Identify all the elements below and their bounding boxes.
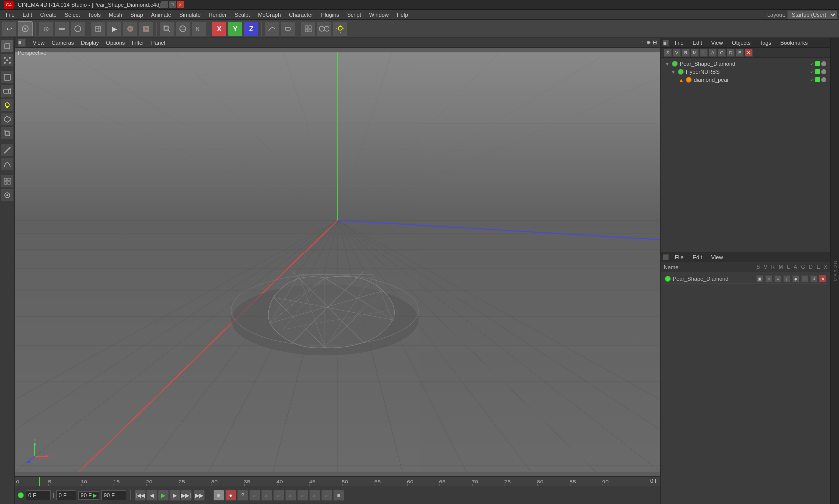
X-btn[interactable]: X bbox=[212, 21, 227, 36]
om-icon-btn-8[interactable]: D bbox=[727, 49, 735, 57]
om-icon-btn-7[interactable]: G bbox=[718, 49, 726, 57]
next-frame-btn[interactable]: ▶ bbox=[169, 490, 180, 501]
am-menu-edit[interactable]: Edit bbox=[690, 254, 705, 260]
menu-mesh[interactable]: Mesh bbox=[105, 10, 126, 20]
viewport-menu-view[interactable]: View bbox=[30, 40, 48, 46]
menu-mograph[interactable]: MoGraph bbox=[254, 10, 285, 20]
record-btn[interactable]: ▶▶ bbox=[194, 490, 205, 501]
menu-window[interactable]: Window bbox=[365, 10, 393, 20]
keyframe-btn5[interactable]: ⬦ bbox=[297, 490, 308, 501]
sidebar-poly-btn[interactable] bbox=[1, 113, 14, 126]
record-auto-btn[interactable]: ● bbox=[225, 490, 236, 501]
nurbs-btn[interactable]: N bbox=[191, 21, 206, 36]
viewport-grid-btn[interactable] bbox=[301, 21, 316, 36]
am-btn-close[interactable]: ✕ bbox=[819, 275, 826, 282]
rotate-btn[interactable] bbox=[70, 21, 85, 36]
am-btn-5[interactable]: ◆ bbox=[792, 275, 799, 282]
om-menu-objects[interactable]: Objects bbox=[729, 40, 753, 46]
am-btn-3[interactable]: ≡ bbox=[774, 275, 781, 282]
menu-edit[interactable]: Edit bbox=[19, 10, 36, 20]
help-btn[interactable]: ? bbox=[237, 490, 248, 501]
end-frame-field[interactable] bbox=[101, 490, 126, 500]
am-menu-view[interactable]: View bbox=[708, 254, 726, 260]
viewport-3d[interactable]: Perspective bbox=[15, 48, 660, 476]
keyframe-btn1[interactable]: ⬦ bbox=[249, 490, 260, 501]
om-item-diamond-pear[interactable]: ▲ diamond_pear ✓ bbox=[663, 76, 828, 84]
timeline-btn[interactable]: ≡ bbox=[333, 490, 344, 501]
keyframe-btn2[interactable]: ⬦ bbox=[261, 490, 272, 501]
cube-btn[interactable] bbox=[159, 21, 174, 36]
keyframe-btn4[interactable]: ⬦ bbox=[285, 490, 296, 501]
am-btn-4[interactable]: | bbox=[783, 275, 790, 282]
om-menu-icon[interactable]: ≡ bbox=[663, 40, 669, 46]
sidebar-knife-btn[interactable] bbox=[1, 144, 14, 157]
move-btn[interactable]: ⊕ bbox=[38, 21, 53, 36]
viewport-menu-icon[interactable]: ≡ bbox=[18, 39, 26, 47]
menu-render[interactable]: Render bbox=[205, 10, 231, 20]
menu-snap[interactable]: Snap bbox=[126, 10, 147, 20]
render-to-po-btn[interactable] bbox=[139, 21, 154, 36]
om-icon-btn-4[interactable]: M bbox=[691, 49, 699, 57]
render-scene-btn[interactable] bbox=[123, 21, 138, 36]
spline-btn[interactable] bbox=[264, 21, 279, 36]
menu-create[interactable]: Create bbox=[36, 10, 61, 20]
am-menu-icon[interactable]: ≡ bbox=[663, 254, 669, 260]
prev-frame-btn[interactable]: ◀ bbox=[146, 490, 157, 501]
minimize-btn[interactable]: ─ bbox=[161, 1, 168, 8]
keyframe-btn6[interactable]: ⬦ bbox=[309, 490, 320, 501]
menu-plugins[interactable]: Plugins bbox=[317, 10, 343, 20]
viewport-menu-filter[interactable]: Filter bbox=[129, 40, 147, 46]
menu-select[interactable]: Select bbox=[61, 10, 84, 20]
om-icon-btn-10[interactable]: ✕ bbox=[745, 49, 753, 57]
menu-tools[interactable]: Tools bbox=[84, 10, 105, 20]
am-btn-1[interactable]: ▣ bbox=[756, 275, 763, 282]
vp-icon-2[interactable]: ⊕ bbox=[646, 39, 651, 46]
close-btn[interactable]: ✕ bbox=[177, 1, 184, 8]
light-btn[interactable] bbox=[333, 21, 348, 36]
om-menu-bookmarks[interactable]: Bookmarks bbox=[777, 40, 811, 46]
viewport-menu-panel[interactable]: Panel bbox=[148, 40, 168, 46]
Y-btn[interactable]: Y bbox=[228, 21, 243, 36]
om-item-pear-shape[interactable]: ▼ Pear_Shape_Diamond ✓ bbox=[663, 60, 828, 68]
render-view-btn[interactable]: ▶ bbox=[107, 21, 122, 36]
sphere-btn[interactable] bbox=[175, 21, 190, 36]
current-frame-field[interactable] bbox=[26, 490, 51, 500]
am-item-pear[interactable]: Pear_Shape_Diamond ▣ ○ ≡ | ◆ ⊕ ↺ ✕ bbox=[663, 274, 828, 284]
am-btn-6[interactable]: ⊕ bbox=[801, 275, 808, 282]
om-icon-btn-5[interactable]: L bbox=[700, 49, 708, 57]
menu-character[interactable]: Character bbox=[285, 10, 317, 20]
viewport-menu-cameras[interactable]: Cameras bbox=[49, 40, 77, 46]
vp-icon-3[interactable]: ⊞ bbox=[653, 39, 657, 46]
om-menu-view[interactable]: View bbox=[708, 40, 726, 46]
Z-btn[interactable]: Z bbox=[244, 21, 259, 36]
layout-dropdown[interactable]: Startup (User) bbox=[787, 10, 837, 19]
sidebar-camera-btn[interactable] bbox=[1, 85, 14, 98]
am-btn-2[interactable]: ○ bbox=[765, 275, 772, 282]
keyframe-btn7[interactable]: ⬦ bbox=[321, 490, 332, 501]
sidebar-light-btn[interactable] bbox=[1, 99, 14, 112]
play-btn[interactable]: ▶ bbox=[158, 490, 169, 501]
stereo-btn[interactable] bbox=[317, 21, 332, 36]
viewport-menu-display[interactable]: Display bbox=[78, 40, 102, 46]
deformer-btn[interactable] bbox=[280, 21, 295, 36]
vp-icon-1[interactable]: ↑ bbox=[642, 39, 645, 46]
om-menu-file[interactable]: File bbox=[672, 40, 687, 46]
go-end-btn[interactable]: ▶▶| bbox=[181, 490, 192, 501]
sidebar-object-btn[interactable] bbox=[1, 71, 14, 84]
sidebar-mode-btn[interactable] bbox=[1, 40, 14, 53]
sidebar-spline-btn[interactable] bbox=[1, 158, 14, 171]
go-start-btn[interactable]: |◀◀ bbox=[135, 490, 146, 501]
menu-sculpt[interactable]: Sculpt bbox=[231, 10, 254, 20]
live-select-btn[interactable] bbox=[18, 21, 33, 36]
sidebar-cube-btn[interactable] bbox=[1, 127, 14, 140]
undo-btn[interactable]: ↩ bbox=[2, 21, 17, 36]
om-icon-btn-1[interactable]: S bbox=[664, 49, 672, 57]
menu-animate[interactable]: Animate bbox=[147, 10, 175, 20]
sidebar-grid-btn[interactable] bbox=[1, 175, 14, 188]
om-icon-btn-9[interactable]: E bbox=[736, 49, 744, 57]
timeline-ruler[interactable]: 0 5 10 15 20 25 30 35 40 45 50 55 60 65 bbox=[15, 476, 660, 486]
restore-btn[interactable]: □ bbox=[169, 1, 176, 8]
om-item-hypernurbs[interactable]: ▼ HyperNURBS ✓ bbox=[663, 68, 828, 76]
sidebar-points-btn[interactable] bbox=[1, 54, 14, 67]
om-icon-btn-6[interactable]: A bbox=[709, 49, 717, 57]
